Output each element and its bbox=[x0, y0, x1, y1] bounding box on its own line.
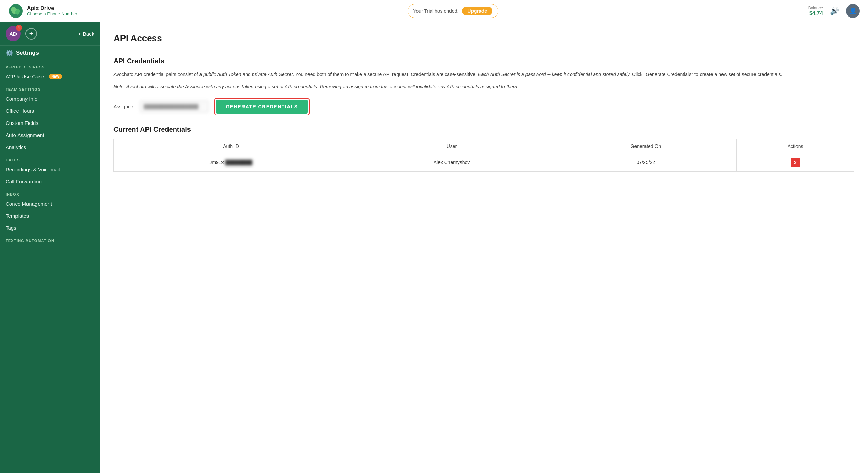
table-row: Jm91x ████████Alex Chernyshov07/25/22x bbox=[114, 153, 854, 171]
sidebar-item-call-forwarding[interactable]: Call Forwarding bbox=[0, 175, 100, 187]
sidebar-item-office-hours[interactable]: Office Hours bbox=[0, 105, 100, 117]
new-badge: NEW bbox=[49, 74, 62, 79]
balance-label: Balance bbox=[808, 6, 823, 10]
current-creds-title: Current API Credentials bbox=[113, 126, 854, 133]
assignee-label: Assignee: bbox=[113, 104, 134, 109]
add-button[interactable]: + bbox=[25, 28, 37, 40]
sidebar-item-templates[interactable]: Templates bbox=[0, 210, 100, 222]
api-note: Note: Avochato will associate the Assign… bbox=[113, 83, 854, 91]
logo-icon bbox=[8, 3, 23, 19]
user-avatar: AD 1 bbox=[6, 26, 21, 41]
a2p-label: A2P & Use Case bbox=[6, 74, 44, 79]
delete-credentials-button[interactable]: x bbox=[791, 158, 800, 167]
team-section-label: TEAM SETTINGS bbox=[0, 83, 100, 93]
calls-section-label: CALLS bbox=[0, 153, 100, 163]
upgrade-button[interactable]: Upgrade bbox=[462, 7, 492, 15]
sidebar-item-recordings[interactable]: Recordings & Voicemail bbox=[0, 163, 100, 175]
top-divider bbox=[113, 51, 854, 51]
assignee-select[interactable]: ████████████████ bbox=[140, 101, 209, 112]
trial-text: Your Trial has ended. bbox=[413, 8, 459, 14]
inbox-section-label: INBOX bbox=[0, 187, 100, 198]
app-subtitle[interactable]: Choose a Phone Number bbox=[27, 11, 77, 17]
sidebar-item-tags[interactable]: Tags bbox=[0, 222, 100, 234]
logo-text: Apix Drive Choose a Phone Number bbox=[27, 5, 77, 17]
avatar-icon: 👤 bbox=[849, 7, 857, 15]
verify-section-label: VERIFY BUSINESS bbox=[0, 60, 100, 71]
cell-user: Alex Chernyshov bbox=[348, 153, 555, 171]
speaker-icon[interactable]: 🔊 bbox=[830, 7, 839, 15]
user-notification-badge: 1 bbox=[16, 25, 22, 31]
header-center: Your Trial has ended. Upgrade bbox=[98, 4, 808, 18]
cell-actions: x bbox=[737, 153, 854, 171]
generate-credentials-button[interactable]: GENERATE CREDENTIALS bbox=[216, 100, 307, 114]
settings-row: ⚙️ Settings bbox=[0, 46, 100, 60]
api-credentials-title: API Credentials bbox=[113, 57, 854, 65]
page-title: API Access bbox=[113, 33, 854, 44]
sidebar-top: AD 1 + < Back bbox=[0, 22, 100, 46]
trial-banner: Your Trial has ended. Upgrade bbox=[408, 4, 499, 18]
settings-label: Settings bbox=[16, 50, 39, 56]
table-header-user: User bbox=[348, 139, 555, 153]
main-layout: AD 1 + < Back ⚙️ Settings VERIFY BUSINES… bbox=[0, 22, 868, 473]
assignee-row: Assignee: ████████████████ GENERATE CRED… bbox=[113, 98, 854, 115]
api-description: Avochato API credential pairs consist of… bbox=[113, 71, 854, 79]
cell-generated-on: 07/25/22 bbox=[555, 153, 736, 171]
cell-auth-id: Jm91x ████████ bbox=[114, 153, 348, 171]
sidebar-item-company-info[interactable]: Company Info bbox=[0, 93, 100, 105]
sidebar-item-auto-assignment[interactable]: Auto Assignment bbox=[0, 129, 100, 141]
generate-btn-wrapper: GENERATE CREDENTIALS bbox=[214, 98, 309, 115]
sidebar-item-convo-management[interactable]: Convo Management bbox=[0, 198, 100, 210]
table-header-auth-id: Auth ID bbox=[114, 139, 348, 153]
table-header-generated-on: Generated On bbox=[555, 139, 736, 153]
balance-area: Balance $4.74 bbox=[808, 6, 823, 17]
logo-area: Apix Drive Choose a Phone Number bbox=[8, 3, 98, 19]
user-initials: AD bbox=[9, 31, 17, 37]
credentials-table: Auth ID User Generated On Actions Jm91x … bbox=[113, 139, 854, 172]
gear-icon: ⚙️ bbox=[6, 49, 13, 57]
sidebar-item-custom-fields[interactable]: Custom Fields bbox=[0, 117, 100, 129]
top-header: Apix Drive Choose a Phone Number Your Tr… bbox=[0, 0, 868, 22]
content-area: API Access API Credentials Avochato API … bbox=[100, 22, 868, 473]
header-right: Balance $4.74 🔊 👤 bbox=[808, 4, 860, 18]
texting-section-label: TEXTING AUTOMATION bbox=[0, 234, 100, 244]
app-title: Apix Drive bbox=[27, 5, 77, 11]
table-header-actions: Actions bbox=[737, 139, 854, 153]
back-button[interactable]: < Back bbox=[78, 31, 94, 37]
sidebar: AD 1 + < Back ⚙️ Settings VERIFY BUSINES… bbox=[0, 22, 100, 473]
sidebar-item-a2p[interactable]: A2P & Use Case NEW bbox=[0, 71, 100, 83]
user-avatar-header[interactable]: 👤 bbox=[846, 4, 860, 18]
sidebar-item-analytics[interactable]: Analytics bbox=[0, 141, 100, 153]
balance-amount: $4.74 bbox=[809, 10, 823, 17]
